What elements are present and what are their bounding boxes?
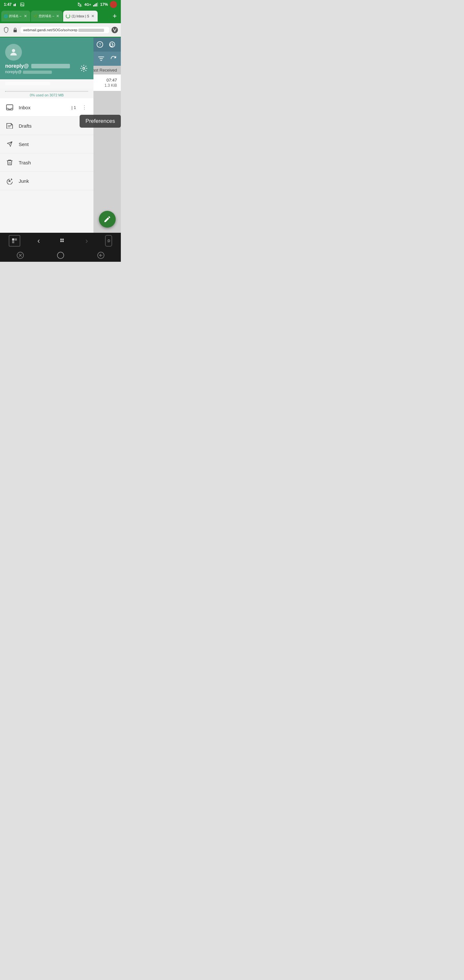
battery: 17% — [100, 2, 108, 7]
svg-point-23 — [57, 252, 64, 259]
home-nav-button[interactable] — [56, 251, 65, 260]
user-avatar — [110, 1, 117, 8]
webmail-area: ? Last Received 07:47 1.3 KiB — [0, 37, 121, 233]
mute-icon — [77, 2, 83, 7]
edit-icon — [103, 215, 111, 223]
svg-rect-16 — [15, 239, 17, 241]
column-header-received: Last Received — [91, 68, 117, 73]
power-icon[interactable] — [109, 41, 116, 48]
svg-point-3 — [21, 3, 22, 4]
svg-rect-5 — [94, 4, 95, 6]
folder-inbox[interactable]: Inbox | 1 ⋮ — [0, 98, 94, 117]
svg-rect-17 — [12, 241, 14, 243]
email-size: 1.3 KiB — [104, 83, 117, 88]
svg-rect-21 — [62, 240, 64, 242]
svg-point-12 — [12, 49, 15, 52]
account-item[interactable] — [0, 79, 94, 88]
image-icon — [20, 2, 24, 7]
preferences-label: Preferences — [86, 118, 115, 124]
close-nav-button[interactable] — [16, 251, 25, 260]
svg-rect-19 — [62, 239, 64, 240]
sidebar-drawer: noreply@ noreply@ 0% used on 30 — [0, 37, 94, 233]
tab-1-close[interactable]: ✕ — [23, 14, 28, 18]
svg-rect-8 — [14, 30, 17, 32]
browser-nav-bar: ‹ › :D — [0, 233, 121, 249]
tab-3-loading-spinner — [66, 14, 70, 18]
folder-junk-label: Junk — [19, 178, 88, 184]
trash-icon — [5, 158, 14, 167]
address-bar: webmail.gandi.net/SOGo/so/norep — [0, 23, 121, 37]
filter-icon[interactable] — [98, 55, 105, 62]
profile-name-blurred — [31, 64, 70, 68]
refresh-icon[interactable] — [110, 55, 117, 62]
time: 1:47 — [4, 2, 11, 7]
signal-icon — [93, 3, 98, 6]
profile-header: noreply@ noreply@ — [0, 37, 94, 79]
forward-button[interactable]: › — [81, 235, 92, 247]
profile-avatar — [5, 44, 22, 60]
url-blurred-part — [78, 29, 104, 32]
inbox-icon — [5, 103, 14, 112]
tab-1[interactable]: 🌐 的域名 – ✕ — [1, 11, 30, 22]
shield-icon — [3, 26, 10, 33]
profile-email-blurred — [23, 71, 52, 74]
svg-rect-1 — [15, 3, 16, 6]
tab-3[interactable]: (1) Inbox | S ✕ — [63, 11, 97, 22]
drafts-icon — [5, 121, 14, 130]
add-tab-button[interactable]: + — [110, 11, 119, 21]
tab-2[interactable]: 🌿 您的域名 – ✕ — [31, 11, 62, 22]
data-usage-icon — [14, 3, 18, 6]
tab-3-close[interactable]: ✕ — [91, 14, 95, 18]
folder-sent[interactable]: Sent — [0, 135, 94, 153]
tab-switcher-button[interactable] — [9, 235, 20, 247]
url-display[interactable]: webmail.gandi.net/SOGo/so/norep — [21, 27, 109, 33]
tab-3-label: (1) Inbox | S — [72, 14, 89, 18]
storage-bar-container: 0% used on 3072 MB — [0, 88, 94, 98]
account-item-blurred — [5, 82, 50, 86]
app-grid-button[interactable] — [57, 235, 68, 247]
svg-rect-7 — [97, 3, 98, 6]
tab-2-favicon: 🌿 — [33, 14, 37, 18]
svg-rect-6 — [96, 3, 97, 6]
back-button[interactable]: ‹ — [33, 235, 44, 247]
svg-rect-4 — [93, 5, 94, 6]
tab-1-favicon: 🌐 — [4, 14, 8, 18]
url-text: webmail.gandi.net/SOGo/so/norep — [23, 28, 77, 32]
storage-progress-bar — [5, 91, 88, 92]
lock-icon — [11, 26, 19, 33]
folder-drafts-label: Drafts — [19, 123, 88, 129]
email-time: 07:47 — [106, 78, 117, 83]
storage-text: 0% used on 3072 MB — [5, 93, 88, 97]
svg-point-13 — [83, 67, 85, 69]
help-icon[interactable]: ? — [96, 41, 103, 48]
status-bar: 1:47 4G+ 17% — [0, 0, 121, 9]
compose-fab[interactable] — [99, 211, 116, 228]
preferences-tooltip: Preferences — [79, 115, 121, 128]
settings-gear-button[interactable] — [79, 63, 89, 73]
tab-2-close[interactable]: ✕ — [56, 14, 60, 18]
folder-trash[interactable]: Trash — [0, 153, 94, 172]
tab-2-label: 您的域名 – — [39, 14, 54, 18]
folder-junk[interactable]: Junk — [0, 172, 94, 190]
emoji-button[interactable]: :D — [105, 235, 112, 247]
svg-rect-15 — [12, 239, 14, 241]
vivaldi-icon[interactable] — [111, 26, 118, 33]
svg-rect-2 — [21, 3, 24, 6]
svg-rect-20 — [60, 240, 62, 242]
junk-icon — [5, 177, 14, 185]
folder-sent-label: Sent — [19, 142, 88, 147]
svg-rect-18 — [60, 239, 62, 240]
svg-rect-0 — [14, 4, 14, 6]
back-nav-button[interactable] — [96, 251, 105, 260]
folder-inbox-badge: | 1 — [72, 105, 76, 110]
system-nav-bar — [0, 249, 121, 262]
tab-bar: 🌐 的域名 – ✕ 🌿 您的域名 – ✕ (1) Inbox | S ✕ + — [0, 9, 121, 23]
profile-name: noreply@ — [5, 63, 88, 69]
folder-inbox-menu[interactable]: ⋮ — [81, 103, 88, 111]
sent-icon — [5, 140, 14, 149]
folder-trash-label: Trash — [19, 160, 88, 165]
svg-text:?: ? — [99, 43, 101, 47]
folder-inbox-label: Inbox — [19, 105, 67, 110]
tab-1-label: 的域名 – — [9, 14, 22, 18]
profile-email: noreply@ — [5, 70, 88, 74]
